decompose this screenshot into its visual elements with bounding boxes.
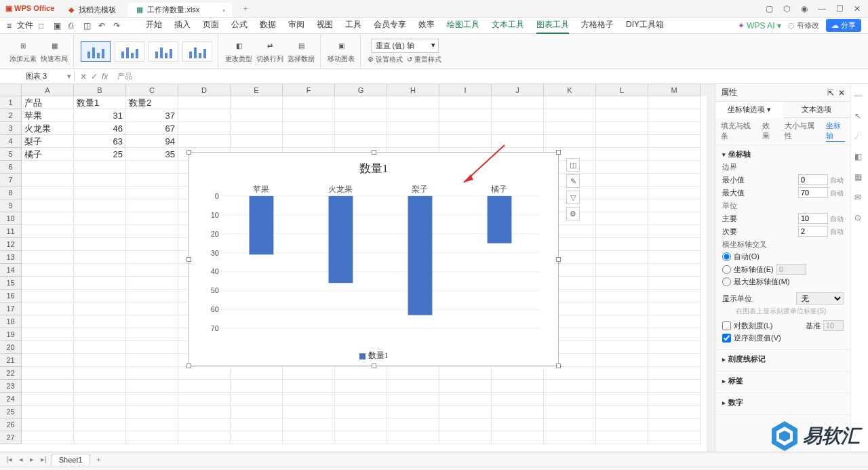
avatar-icon[interactable]: ◉ [799, 3, 810, 14]
cell[interactable] [74, 315, 126, 328]
cell[interactable] [387, 393, 439, 406]
chart-settings-button[interactable]: ⚙ [566, 207, 580, 220]
cell[interactable] [178, 431, 231, 444]
cell[interactable]: 苹果 [22, 109, 74, 122]
row-header[interactable]: 12 [0, 238, 22, 251]
cell[interactable] [22, 161, 74, 174]
cell[interactable] [231, 109, 283, 122]
cell[interactable] [22, 315, 74, 328]
cell[interactable] [648, 354, 701, 367]
row-header[interactable]: 22 [0, 367, 22, 380]
add-element-button[interactable]: ⊞ 添加元素 [9, 39, 37, 64]
cell[interactable] [387, 135, 439, 148]
cell[interactable] [648, 277, 701, 290]
section-axis[interactable]: 坐标轴 [722, 149, 844, 159]
col-header[interactable]: C [126, 84, 178, 96]
cell[interactable] [648, 135, 701, 148]
cell[interactable] [596, 431, 648, 444]
cell[interactable] [596, 122, 648, 135]
col-header[interactable]: A [22, 84, 74, 96]
cell[interactable] [387, 367, 439, 380]
cell[interactable] [544, 431, 596, 444]
cell[interactable] [492, 135, 544, 148]
cell[interactable] [439, 367, 492, 380]
sheet-last-icon[interactable]: ▸| [39, 455, 49, 464]
cell[interactable] [596, 109, 648, 122]
row-header[interactable]: 2 [0, 109, 22, 122]
cell[interactable] [439, 109, 492, 122]
col-header[interactable]: D [178, 84, 231, 96]
row-header[interactable]: 9 [0, 199, 22, 212]
cell[interactable] [596, 290, 648, 302]
prop-subtab-2[interactable]: 大小与属性 [785, 121, 816, 142]
sheet-first-icon[interactable]: |◂ [4, 455, 14, 464]
cell[interactable] [231, 122, 283, 135]
new-tab-button[interactable]: ＋ [237, 3, 254, 14]
vt-select-icon[interactable]: ↖ [854, 111, 865, 122]
cell[interactable] [596, 212, 648, 225]
cell[interactable] [544, 96, 596, 109]
prop-subtab-1[interactable]: 效果 [762, 121, 775, 142]
col-header[interactable]: H [387, 84, 439, 96]
cell[interactable] [544, 380, 596, 393]
cell[interactable] [178, 406, 231, 418]
cell[interactable] [178, 393, 231, 406]
name-box[interactable]: 图表 3▾ [0, 71, 75, 81]
cell[interactable] [126, 251, 178, 264]
cell[interactable] [126, 354, 178, 367]
cell[interactable] [283, 109, 335, 122]
row-header[interactable]: 17 [0, 302, 22, 315]
prop-close-icon[interactable]: ✕ [838, 88, 845, 98]
cell[interactable]: 94 [126, 135, 178, 148]
cell[interactable] [596, 315, 648, 328]
preview-icon[interactable]: ◫ [83, 21, 93, 31]
cell[interactable] [74, 277, 126, 290]
cell[interactable]: 火龙果 [22, 122, 74, 135]
cell[interactable] [648, 238, 701, 251]
cell[interactable] [648, 174, 701, 187]
cell[interactable] [22, 251, 74, 264]
cell[interactable] [596, 148, 648, 161]
vt-chat-icon[interactable]: ✉ [854, 193, 865, 203]
row-header[interactable]: 27 [0, 431, 22, 444]
sheet-add-icon[interactable]: ＋ [93, 454, 104, 465]
hamburger-icon[interactable]: ≡ [7, 21, 12, 31]
cell[interactable] [283, 96, 335, 109]
row-header[interactable]: 10 [0, 212, 22, 225]
cell[interactable] [126, 418, 178, 431]
cell[interactable] [74, 264, 126, 277]
prop-tab-text[interactable]: 文本选项 [783, 102, 851, 118]
cell[interactable] [335, 96, 387, 109]
row-header[interactable]: 19 [0, 328, 22, 341]
wps-ai-button[interactable]: ✦ WPS AI ▾ [738, 21, 781, 31]
cell[interactable] [22, 354, 74, 367]
cell[interactable] [126, 174, 178, 187]
change-type-button[interactable]: ◧ 更改类型 [225, 39, 252, 64]
row-header[interactable]: 20 [0, 341, 22, 354]
file-menu[interactable]: 文件 [17, 20, 33, 31]
minimize-button[interactable]: — [816, 3, 827, 14]
row-header[interactable]: 6 [0, 161, 22, 174]
chart-style-gallery[interactable] [81, 41, 212, 62]
switch-rowcol-button[interactable]: ⇄ 切换行列 [256, 39, 283, 64]
sheet-tab-1[interactable]: Sheet1 [52, 454, 90, 465]
cell[interactable] [231, 418, 283, 431]
cancel-fx-icon[interactable]: ✕ [80, 72, 87, 81]
chart-legend[interactable]: 数量1 [189, 350, 558, 361]
new-icon[interactable]: □ [39, 21, 48, 31]
cell[interactable] [596, 238, 648, 251]
cell[interactable] [178, 380, 231, 393]
cell[interactable] [126, 393, 178, 406]
section-ticks[interactable]: 刻度线标记 [722, 354, 844, 364]
col-header[interactable]: B [74, 84, 126, 96]
cell[interactable] [231, 367, 283, 380]
cell[interactable] [22, 264, 74, 277]
cell[interactable] [126, 431, 178, 444]
cell[interactable] [387, 380, 439, 393]
cell[interactable] [283, 122, 335, 135]
prop-subtab-3[interactable]: 坐标轴 [826, 121, 845, 142]
vt-layers-icon[interactable]: ◧ [854, 152, 865, 163]
cell[interactable] [596, 277, 648, 290]
cell[interactable]: 数量2 [126, 96, 178, 109]
col-header[interactable]: G [335, 84, 387, 96]
